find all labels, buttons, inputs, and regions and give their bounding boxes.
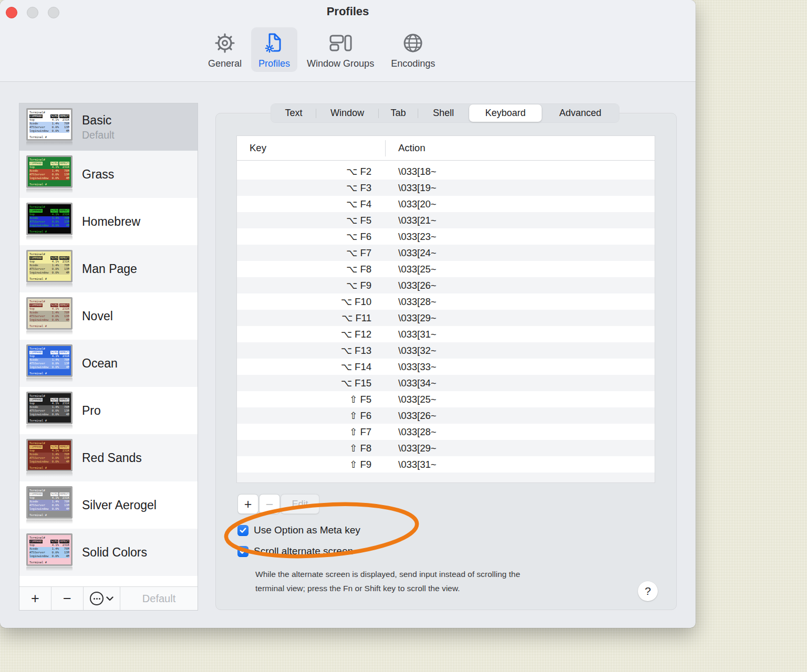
ellipsis-circle-icon [90,592,104,605]
key-cell: ⇧ F6 [237,410,385,422]
key-cell: ⌥ F6 [237,231,385,243]
toolbar-item-profiles[interactable]: Profiles [251,27,297,72]
key-binding-row[interactable]: ⌥ F2\033[18~ [237,163,655,180]
titlebar: Profiles [0,0,696,82]
key-binding-row[interactable]: ⇧ F6\033[26~ [237,407,655,424]
key-binding-row[interactable]: ⌥ F12\033[31~ [237,326,655,342]
toolbar-item-window-groups[interactable]: Window Groups [299,27,381,72]
key-cell: ⌥ F7 [237,247,385,259]
profile-name: Basic [82,113,115,128]
more-options-button[interactable] [84,587,120,610]
column-header-action[interactable]: Action [398,142,425,154]
globe-icon [401,31,425,57]
action-cell: \033[25~ [385,394,437,405]
action-cell: \033[32~ [385,345,437,356]
profile-list-item-homebrew[interactable]: Terminal# COMMAND%CPURPRVT top4.1%231KXc… [19,198,198,245]
profile-thumbnail: Terminal# COMMAND%CPURPRVT top4.1%231KXc… [26,533,75,571]
action-cell: \033[24~ [385,247,437,259]
table-empty-area [237,472,655,482]
key-binding-row[interactable]: ⌥ F5\033[21~ [237,212,655,228]
key-cell: ⌥ F5 [237,215,385,226]
profile-name: Man Page [82,262,137,276]
key-cell: ⌥ F4 [237,198,385,210]
add-key-button[interactable]: + [237,494,258,514]
tab-window[interactable]: Window [316,104,378,122]
use-option-as-meta-label: Use Option as Meta key [254,524,360,536]
action-cell: \033[34~ [385,377,437,389]
key-cell: ⌥ F12 [237,329,385,340]
thumbnail-reflection [26,566,73,571]
thumbnail-reflection [26,188,73,193]
chevron-down-icon [106,596,113,601]
tab-text[interactable]: Text [272,104,316,122]
key-table-body: ⌥ F2\033[18~⌥ F3\033[19~⌥ F4\033[20~⌥ F5… [237,163,655,482]
thumbnail-reflection [26,519,73,524]
key-binding-row[interactable]: ⇧ F8\033[29~ [237,440,655,456]
key-binding-row[interactable]: ⌥ F7\033[24~ [237,245,655,261]
key-binding-row[interactable]: ⌥ F15\033[34~ [237,375,655,391]
profile-thumbnail: Terminal# COMMAND%CPURPRVT top4.1%231KXc… [26,439,75,477]
toolbar-label-general: General [208,58,242,69]
profile-name: Solid Colors [82,545,147,560]
profile-list-item-novel[interactable]: Terminal# COMMAND%CPURPRVT top4.1%231KXc… [19,292,198,340]
key-cell: ⌥ F2 [237,166,385,177]
key-binding-row[interactable]: ⌥ F3\033[19~ [237,180,655,196]
profile-name: Homebrew [82,215,140,229]
key-cell: ⌥ F14 [237,361,385,373]
tab-advanced[interactable]: Advanced [542,104,618,122]
toolbar-label-window-groups: Window Groups [307,58,374,69]
column-header-key[interactable]: Key [237,142,266,154]
question-mark-icon: ? [645,585,651,597]
profile-name: Ocean [82,356,118,371]
profile-list-item-pro[interactable]: Terminal# COMMAND%CPURPRVT top4.1%231KXc… [19,387,198,434]
profile-doc-icon [262,31,286,57]
tab-shell[interactable]: Shell [418,104,469,122]
use-option-as-meta-checkbox[interactable]: Use Option as Meta key [237,524,360,536]
window-groups-icon [328,31,353,57]
key-binding-row[interactable]: ⇧ F7\033[28~ [237,424,655,440]
profile-subtitle: Default [82,129,115,141]
remove-profile-button[interactable]: − [51,587,84,610]
gear-icon [213,31,237,57]
add-profile-button[interactable]: + [19,587,51,610]
action-cell: \033[31~ [385,329,437,340]
profile-list-item-silver-aerogel[interactable]: Terminal# COMMAND%CPURPRVT top4.1%231KXc… [19,481,198,529]
profile-thumbnail: Terminal# COMMAND%CPURPRVT top4.1%231KXc… [26,203,75,240]
key-binding-row[interactable]: ⌥ F8\033[25~ [237,261,655,277]
profile-list-item-grass[interactable]: Terminal# COMMAND%CPURPRVT top4.1%231KXc… [19,151,198,198]
profile-list-item-man-page[interactable]: Terminal# COMMAND%CPURPRVT top4.1%231KXc… [19,245,198,292]
tab-keyboard[interactable]: Keyboard [469,104,542,122]
key-binding-row[interactable]: ⌥ F4\033[20~ [237,196,655,212]
profile-list-item-basic[interactable]: Terminal# COMMAND%CPURPRVT top4.1%231KXc… [19,103,198,151]
toolbar-item-encodings[interactable]: Encodings [384,27,442,72]
toolbar-label-profiles: Profiles [258,58,290,69]
thumbnail-reflection [26,141,73,146]
profile-list-item-ocean[interactable]: Terminal# COMMAND%CPURPRVT top4.1%231KXc… [19,340,198,387]
remove-key-button[interactable]: − [259,494,280,514]
tab-tab[interactable]: Tab [379,104,418,122]
key-binding-row[interactable]: ⌥ F9\033[26~ [237,277,655,293]
key-binding-row[interactable]: ⌥ F10\033[28~ [237,293,655,310]
profile-thumbnail: Terminal# COMMAND%CPURPRVT top4.1%231KXc… [26,155,75,193]
key-binding-row[interactable]: ⇧ F5\033[25~ [237,391,655,407]
key-binding-row[interactable]: ⌥ F14\033[33~ [237,359,655,375]
toolbar-item-general[interactable]: General [201,27,249,72]
edit-key-button[interactable]: Edit [281,494,319,514]
scroll-alternate-screen-checkbox[interactable]: Scroll alternate screen [237,545,353,557]
profile-thumbnail: Terminal# COMMAND%CPURPRVT top4.1%231KXc… [26,297,75,335]
key-binding-row[interactable]: ⌥ F6\033[23~ [237,228,655,245]
key-binding-row[interactable]: ⌥ F13\033[32~ [237,342,655,359]
action-cell: \033[31~ [385,459,437,470]
key-binding-row[interactable]: ⇧ F9\033[31~ [237,456,655,472]
default-button[interactable]: Default [120,587,198,610]
key-cell: ⌥ F9 [237,280,385,291]
profile-thumbnail: Terminal# COMMAND%CPURPRVT top4.1%231KXc… [26,486,75,524]
help-button[interactable]: ? [638,581,658,601]
profile-list-item-solid-colors[interactable]: Terminal# COMMAND%CPURPRVT top4.1%231KXc… [19,529,198,576]
action-cell: \033[28~ [385,296,437,308]
column-divider [385,140,386,156]
thumbnail-reflection [26,236,73,240]
profile-list-item-red-sands[interactable]: Terminal# COMMAND%CPURPRVT top4.1%231KXc… [19,434,198,481]
key-binding-row[interactable]: ⌥ F11\033[29~ [237,310,655,326]
profile-name: Silver Aerogel [82,498,157,512]
